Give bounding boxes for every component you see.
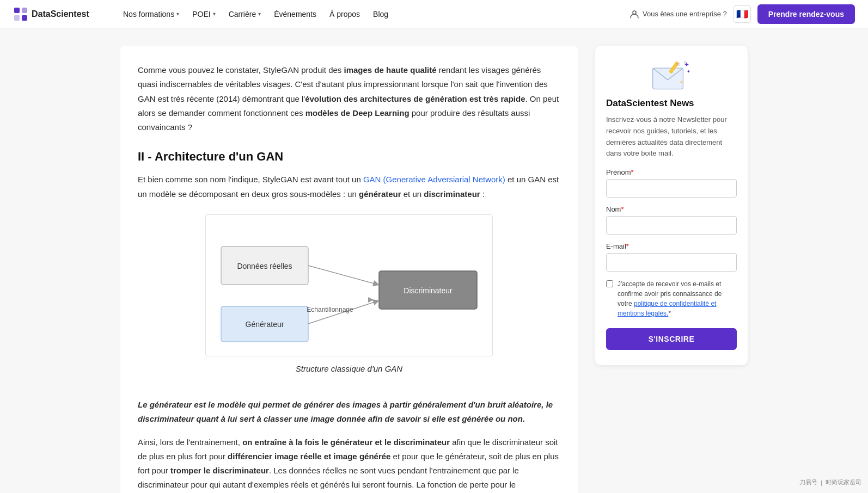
logo[interactable]: DataScientest (13, 7, 100, 22)
bold-high-quality: images de haute qualité (344, 65, 437, 75)
chevron-down-icon: ▾ (258, 11, 261, 17)
paragraph-1: Comme vous pouvez le constater, StyleGAN… (138, 63, 560, 134)
prenom-group: Prénom* (606, 168, 737, 198)
bold-evolution: évolution des architectures de génératio… (305, 94, 525, 103)
diagram-label-discriminator: Discriminateur (404, 286, 453, 295)
email-input[interactable] (606, 253, 737, 272)
chevron-down-icon: ▾ (176, 11, 179, 17)
bold-differentiate: différencier image réelle et image génér… (228, 452, 390, 461)
page-body: Comme vous pouvez le constater, StyleGAN… (107, 28, 761, 493)
privacy-link[interactable]: politique de confidentialité et mentions… (618, 300, 716, 317)
enterprise-label: Vous êtes une entreprise ? (643, 10, 727, 18)
diagram-label-generator: Générateur (246, 320, 284, 329)
paragraph-2: Et bien comme son nom l'indique, StyleGA… (138, 172, 560, 201)
gan-link[interactable]: GAN (Generative Adversiarial Network) (363, 175, 505, 184)
watermark-text1: 刀易号 (799, 478, 817, 486)
diagram-label-sampling: Echantillonnage (307, 306, 353, 313)
svg-rect-1 (22, 8, 27, 13)
sidebar: ✦ ✦ DataScientest News Inscrivez-vous à … (595, 46, 748, 365)
cta-button[interactable]: Prendre rendez-vous (757, 4, 855, 24)
svg-marker-10 (368, 297, 374, 303)
nav-right: Vous êtes une entreprise ? 🇫🇷 Prendre re… (629, 4, 855, 24)
bold-discriminateur: discriminateur (424, 189, 480, 199)
nav-blog-label: Blog (373, 10, 388, 19)
prenom-input[interactable] (606, 179, 737, 198)
watermark: 刀易号 | 时尚玩家岳司 (799, 478, 861, 486)
logo-icon (13, 7, 28, 22)
nav-poei-label: POEI (192, 10, 210, 19)
nav-apropos-label: À propos (329, 10, 360, 19)
svg-point-17 (676, 63, 680, 66)
newsletter-card: ✦ ✦ DataScientest News Inscrivez-vous à … (595, 46, 748, 365)
bold-deep-learning: modèles de Deep Learning (305, 108, 409, 118)
svg-point-18 (684, 61, 687, 64)
section-title: II - Architecture d'un GAN (138, 150, 560, 164)
prenom-label: Prénom* (606, 168, 737, 176)
email-label: E-mail* (606, 242, 737, 250)
diagram-section: Données réelles Générateur Discriminateu… (138, 214, 560, 385)
nom-label: Nom* (606, 205, 737, 213)
newsletter-icon-wrap: ✦ ✦ (606, 59, 737, 91)
nav-item-poei[interactable]: POEI ▾ (187, 7, 221, 22)
nav-links: Nos formations ▾ POEI ▾ Carrière ▾ Événe… (118, 7, 629, 22)
enterprise-icon (629, 9, 639, 19)
svg-line-8 (308, 266, 378, 285)
nav-item-apropos[interactable]: À propos (324, 7, 365, 22)
nav-carriere-label: Carrière (229, 10, 256, 19)
italic-paragraph: Le générateur est le modèle qui permet d… (138, 398, 560, 427)
nom-group: Nom* (606, 205, 737, 235)
language-flag[interactable]: 🇫🇷 (733, 5, 751, 23)
nav-item-blog[interactable]: Blog (368, 7, 394, 22)
nav-item-carriere[interactable]: Carrière ▾ (223, 7, 267, 22)
diagram-svg-container: Données réelles Générateur Discriminateu… (205, 214, 493, 356)
article-main: Comme vous pouvez le constater, StyleGAN… (120, 46, 578, 493)
nom-input[interactable] (606, 216, 737, 235)
newsletter-desc: Inscrivez-vous à notre Newsletter pour r… (606, 114, 737, 159)
bold-generateur: générateur (359, 189, 401, 199)
diagram-label-real: Données réelles (237, 262, 292, 270)
chevron-down-icon: ▾ (213, 11, 216, 17)
diagram-caption: Structure classique d'un GAN (296, 362, 402, 376)
nav-evenements-label: Événements (274, 10, 316, 19)
svg-rect-2 (14, 15, 20, 21)
watermark-text2: 时尚玩家岳司 (826, 478, 861, 486)
svg-text:✦: ✦ (687, 69, 690, 74)
watermark-separator: | (821, 479, 822, 486)
navbar: DataScientest Nos formations ▾ POEI ▾ Ca… (0, 0, 868, 28)
bold-training: on entraîne à la fois le générateur et l… (242, 437, 450, 447)
svg-rect-0 (14, 8, 20, 13)
bold-trick: tromper le discriminateur (170, 466, 269, 475)
email-group: E-mail* (606, 242, 737, 272)
submit-button[interactable]: S'INSCRIRE (606, 328, 737, 350)
consent-group: J'accepte de recevoir vos e-mails et con… (606, 279, 737, 318)
svg-point-4 (633, 11, 636, 14)
newsletter-title: DataScientest News (606, 98, 737, 109)
logo-text: DataScientest (32, 9, 89, 19)
enterprise-link[interactable]: Vous êtes une entreprise ? (629, 9, 727, 19)
consent-checkbox[interactable] (606, 280, 613, 287)
paragraph-3: Ainsi, lors de l'entrainement, on entraî… (138, 435, 560, 494)
newsletter-icon: ✦ ✦ (650, 59, 693, 91)
consent-label: J'accepte de recevoir vos e-mails et con… (618, 279, 737, 318)
svg-rect-3 (22, 15, 27, 21)
nav-item-evenements[interactable]: Événements (268, 7, 322, 22)
nav-item-formations[interactable]: Nos formations ▾ (118, 7, 185, 22)
nav-formations-label: Nos formations (123, 10, 174, 19)
gan-diagram: Données réelles Générateur Discriminateu… (210, 219, 488, 350)
